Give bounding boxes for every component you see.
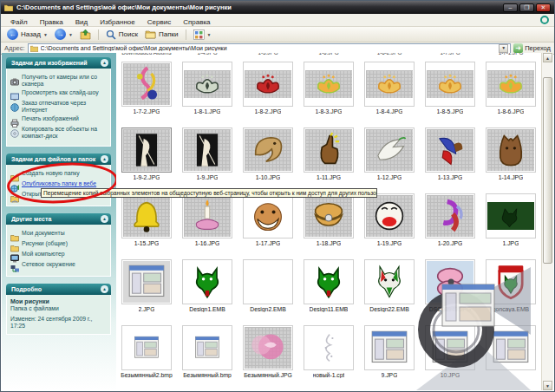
file-name-label[interactable]: 1-15.JPG bbox=[134, 240, 160, 246]
close-button[interactable]: ✕ bbox=[536, 3, 551, 12]
minimize-button[interactable]: – bbox=[503, 3, 518, 12]
file-item[interactable]: 1-8-2.JPG bbox=[238, 60, 298, 126]
folders-button[interactable]: Папки bbox=[143, 29, 180, 39]
file-name-label[interactable]: 1-7-2.JPG bbox=[134, 108, 160, 114]
file-thumbnail[interactable] bbox=[121, 325, 172, 370]
task-item[interactable]: Копировать все объекты на компакт-диск bbox=[10, 126, 108, 140]
chevron-up-icon[interactable]: ▲ bbox=[101, 59, 108, 67]
file-thumbnail[interactable] bbox=[121, 193, 172, 238]
task-item[interactable]: Заказ отпечатков через Интернет bbox=[10, 100, 108, 114]
file-name-label[interactable]: 1-20.JPG bbox=[438, 240, 463, 246]
chevron-up-icon[interactable]: ▲ bbox=[101, 215, 108, 223]
file-item[interactable]: 1-12.JPG bbox=[359, 126, 420, 192]
task-item-label[interactable]: Опубликовать папку в вебе bbox=[22, 180, 96, 187]
task-item-label[interactable]: Получить от камеры или со сканера bbox=[22, 74, 108, 88]
task-item[interactable]: Рисунки (общие) bbox=[10, 240, 108, 249]
file-item[interactable]: новый-1.cpt bbox=[298, 323, 359, 389]
file-thumbnail[interactable] bbox=[425, 325, 475, 370]
file-name-label[interactable]: 10.JPG bbox=[441, 372, 460, 378]
file-item[interactable]: Design22.EMB bbox=[359, 258, 420, 323]
file-thumbnail[interactable] bbox=[486, 325, 536, 370]
file-name-label[interactable]: Design1.EMB bbox=[189, 306, 225, 312]
menu-item[interactable]: Вид bbox=[69, 18, 94, 26]
file-name-label[interactable]: 1-19.JPG bbox=[377, 240, 402, 246]
scroll-down-button[interactable]: ▼ bbox=[543, 381, 552, 390]
file-item[interactable]: 1-8-6.JPG bbox=[480, 60, 541, 126]
file-name-label[interactable]: 1-10.JPG bbox=[256, 174, 281, 180]
file-thumbnail[interactable] bbox=[182, 127, 232, 173]
file-thumbnail[interactable] bbox=[304, 62, 354, 107]
file-item[interactable]: 1-16.JPG bbox=[177, 192, 238, 258]
file-item[interactable]: 1-19.JPG bbox=[359, 192, 420, 258]
file-item[interactable] bbox=[480, 323, 541, 389]
go-button[interactable]: ➜ Переход bbox=[513, 43, 551, 53]
task-item[interactable]: Печать изображений bbox=[10, 115, 108, 124]
file-name-label[interactable]: 1-17.JPG bbox=[256, 240, 281, 246]
file-thumbnail[interactable] bbox=[304, 259, 354, 304]
file-thumbnail[interactable] bbox=[486, 259, 536, 304]
file-name-label[interactable]: goncaya.EMB bbox=[493, 306, 529, 312]
file-item[interactable]: 1-10.JPG bbox=[238, 126, 298, 192]
file-thumbnail[interactable] bbox=[182, 193, 232, 238]
file-name-label[interactable]: 1-16.JPG bbox=[195, 240, 220, 246]
file-name-label[interactable]: Design22.EMB bbox=[369, 306, 408, 312]
file-name-label[interactable]: 1-9-2.JPG bbox=[134, 174, 160, 180]
file-thumbnail[interactable] bbox=[121, 62, 172, 107]
file-thumbnail[interactable] bbox=[243, 325, 293, 370]
task-item-label[interactable]: Печать изображений bbox=[22, 115, 79, 122]
file-item[interactable]: goncaya.EMB bbox=[480, 258, 541, 323]
file-item[interactable]: 1-9.JPG bbox=[177, 126, 238, 192]
views-button[interactable]: ▼ bbox=[192, 29, 213, 40]
file-item[interactable]: 1-20.JPG bbox=[420, 192, 480, 258]
task-item[interactable]: Сетевое окружение bbox=[10, 261, 108, 270]
file-name-label[interactable]: 1-8-1.JPG bbox=[194, 108, 221, 114]
file-thumbnail[interactable] bbox=[182, 62, 232, 107]
chevron-up-icon[interactable]: ▲ bbox=[101, 155, 108, 163]
menu-item[interactable]: Сервис bbox=[141, 18, 177, 26]
task-item-label[interactable]: Просмотреть как слайд-шоу bbox=[22, 89, 99, 96]
file-name-label[interactable]: Design11.EMB bbox=[310, 306, 349, 312]
file-item[interactable]: 1-17.JPG bbox=[238, 192, 298, 258]
views-dropdown-icon[interactable]: ▼ bbox=[207, 32, 212, 37]
file-name-label[interactable]: 1-14.JPG bbox=[499, 174, 524, 180]
file-item[interactable]: 1-7-2.JPG bbox=[116, 60, 177, 126]
file-thumbnail[interactable] bbox=[304, 325, 354, 370]
file-thumbnail[interactable] bbox=[243, 193, 293, 238]
forward-button[interactable]: → ▼ bbox=[53, 29, 75, 40]
file-name-label[interactable]: 1.JPG bbox=[503, 240, 519, 246]
task-item[interactable]: Создать новую папку bbox=[10, 170, 108, 179]
file-name-label[interactable]: новый-1.cpt bbox=[313, 372, 345, 378]
file-name-label[interactable]: 1-8-4.JPG bbox=[376, 108, 403, 114]
file-item[interactable]: 2.JPG bbox=[116, 258, 177, 323]
file-name-label[interactable]: 1-8-3.JPG bbox=[316, 108, 343, 114]
task-item-label[interactable]: Мои документы bbox=[22, 230, 65, 237]
file-item[interactable]: 1-8-5.JPG bbox=[420, 60, 480, 126]
scrollbar-thumb[interactable] bbox=[543, 77, 552, 264]
file-thumbnail[interactable] bbox=[425, 62, 475, 107]
task-item[interactable]: Просмотреть как слайд-шоу bbox=[10, 89, 108, 98]
file-item[interactable]: 1.JPG bbox=[480, 192, 541, 258]
menu-item[interactable]: Избранное bbox=[94, 18, 141, 26]
panel-header[interactable]: Подробно▲ bbox=[6, 284, 111, 295]
file-thumbnail[interactable] bbox=[243, 62, 293, 107]
file-item[interactable]: Design2.EMB bbox=[238, 258, 298, 323]
file-item[interactable]: 1-8-4.JPG bbox=[359, 60, 420, 126]
task-item-label[interactable]: Рисунки (общие) bbox=[22, 240, 68, 247]
file-thumbnail[interactable] bbox=[182, 325, 232, 370]
file-item[interactable]: 1-8-1.JPG bbox=[177, 60, 238, 126]
file-name-label[interactable]: 1-8-5.JPG bbox=[437, 108, 464, 114]
task-item-label[interactable]: Создать новую папку bbox=[22, 170, 80, 177]
file-thumbnail[interactable] bbox=[364, 325, 415, 370]
task-item-label[interactable]: Мой компьютер bbox=[22, 251, 64, 258]
task-item[interactable]: Мои документы bbox=[10, 230, 108, 238]
file-thumbnail[interactable] bbox=[121, 259, 172, 304]
task-item[interactable]: Получить от камеры или со сканера bbox=[10, 74, 108, 88]
file-thumbnail[interactable] bbox=[364, 62, 415, 107]
maximize-button[interactable]: ❐ bbox=[519, 3, 534, 12]
file-thumbnail[interactable] bbox=[425, 127, 475, 173]
task-item-label[interactable]: Заказ отпечатков через Интернет bbox=[22, 100, 108, 114]
chevron-up-icon[interactable]: ▲ bbox=[101, 285, 108, 293]
file-name-label[interactable]: 1-8-6.JPG bbox=[498, 108, 525, 114]
file-item[interactable]: 1-13.JPG bbox=[420, 126, 480, 192]
file-item[interactable]: Design1.EMB bbox=[177, 258, 238, 323]
